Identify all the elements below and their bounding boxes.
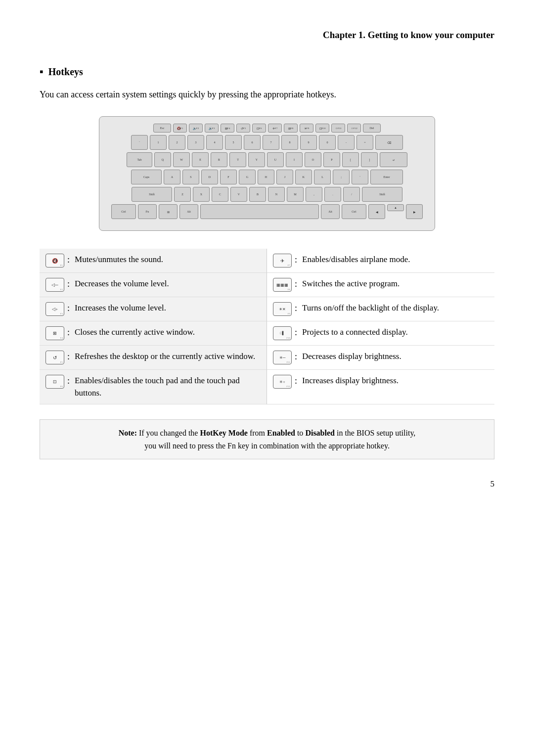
- key-rbracket: ]: [361, 152, 378, 167]
- key-left: ◀: [368, 204, 385, 219]
- key-i: I: [286, 152, 303, 167]
- key-enter: ↵: [380, 152, 407, 167]
- key-m: M: [287, 187, 304, 202]
- key-icon-vol-down: ◁─ F2: [45, 278, 64, 292]
- hotkey-desc-touchpad: Enables/disables the touch pad and the t…: [75, 375, 261, 399]
- key-6: 6: [244, 135, 261, 150]
- key-icon-brightness-down: ✳─ F11: [273, 351, 292, 364]
- key-right: ▶: [406, 204, 423, 219]
- key-y: Y: [248, 152, 265, 167]
- key-icon-airplane: ✈ F7: [273, 254, 292, 267]
- key-win: ⊞: [159, 204, 178, 219]
- key-p: P: [323, 152, 340, 167]
- hotkey-entry-brightness-down: ✳─ F11 : Decreases display brightness.: [267, 346, 494, 370]
- key-o: O: [305, 152, 321, 167]
- key-tab: Tab: [127, 152, 152, 167]
- key-u: U: [267, 152, 284, 167]
- key-x: X: [193, 187, 210, 202]
- key-f1: 🔇F1: [173, 124, 187, 133]
- section-title: Hotkeys: [40, 65, 494, 78]
- hotkey-entry-airplane: ✈ F7 : Enables/disables airplane mode.: [267, 249, 494, 273]
- key-icon-project: □▌ F10: [273, 326, 292, 340]
- key-k: K: [295, 170, 312, 184]
- hotkey-entry-refresh: ↺ F5 : Refreshes the desktop or the curr…: [40, 346, 267, 370]
- key-1: 1: [150, 135, 167, 150]
- key-f7: ✈F7: [268, 124, 282, 133]
- key-quote: ': [352, 170, 368, 184]
- key-ctrl-right: Ctrl: [342, 204, 366, 219]
- key-up: ▲: [387, 204, 404, 211]
- key-t: T: [229, 152, 246, 167]
- intro-text: You can access certain system settings q…: [40, 88, 494, 101]
- key-9: 9: [300, 135, 317, 150]
- hotkey-desc-airplane: Enables/disables airplane mode.: [302, 254, 410, 266]
- key-enter2: Enter: [370, 170, 403, 184]
- key-z: Z: [174, 187, 191, 202]
- key-8: 8: [281, 135, 298, 150]
- key-del: Del: [363, 124, 381, 133]
- hotkey-entry-switch: ▦▦▦ F8 : Switches the active program.: [267, 273, 494, 297]
- hotkey-entry-backlight: ☀✕ F9 : Turns on/off the backlight of th…: [267, 297, 494, 321]
- key-7: 7: [263, 135, 279, 150]
- keyboard-row-1: ` 1 2 3 4 5 6 7 8 9 0 - = ⌫: [107, 135, 427, 150]
- key-space: [200, 204, 319, 219]
- key-l: L: [314, 170, 331, 184]
- key-a: A: [164, 170, 180, 184]
- key-icon-touchpad: ⊡ F6: [45, 375, 64, 389]
- keyboard-row-2: Tab Q W E R T Y U I O P [ ] ↵: [107, 152, 427, 167]
- key-fn-key: Fn: [138, 204, 157, 219]
- hotkey-desc-brightness-down: Decreases display brightness.: [302, 351, 401, 363]
- key-4: 4: [206, 135, 223, 150]
- key-caps: Caps: [131, 170, 162, 184]
- key-w: W: [173, 152, 190, 167]
- key-e: E: [192, 152, 209, 167]
- note-box: Note: If you changed the HotKey Mode fro…: [40, 419, 494, 459]
- key-f2: 🔉F2: [189, 124, 203, 133]
- hotkey-entry-vol-down: ◁─ F2 : Decreases the volume level.: [40, 273, 267, 297]
- key-f6: ⊡F6: [252, 124, 266, 133]
- hotkey-desc-vol-down: Decreases the volume level.: [75, 278, 169, 290]
- key-f11: ☼F11: [331, 124, 345, 133]
- key-v: V: [230, 187, 247, 202]
- page-number: 5: [40, 479, 494, 489]
- key-shift-right: Shift: [362, 187, 402, 202]
- key-f4: ⊠F4: [221, 124, 234, 133]
- key-g: G: [239, 170, 256, 184]
- key-icon-vol-up: ◁+ F3: [45, 302, 64, 316]
- hotkey-entry-project: □▌ F10 : Projects to a connected display…: [267, 321, 494, 346]
- key-s: S: [182, 170, 199, 184]
- key-f8: ⊞F8: [284, 124, 298, 133]
- hotkey-desc-close: Closes the currently active window.: [75, 326, 195, 339]
- hotkey-desc-mute: Mutes/unmutes the sound.: [75, 254, 163, 266]
- keyboard-row-3: Caps A S D F G H J K L ; ' Enter: [107, 170, 427, 184]
- keyboard-illustration: Esc 🔇F1 🔉F2 🔊F3 ⊠F4 ↺F5 ⊡F6 ✈F7 ⊞F8 ☀F9 …: [99, 116, 435, 231]
- key-esc: Esc: [153, 124, 171, 133]
- note-fn-text: you will need to press the Fn key in com…: [144, 442, 390, 450]
- key-icon-switch: ▦▦▦ F8: [273, 278, 292, 292]
- key-backspace: ⌫: [375, 135, 403, 150]
- key-3: 3: [187, 135, 204, 150]
- note-enabled: Enabled: [267, 429, 295, 437]
- key-equal: =: [356, 135, 373, 150]
- key-ctrl-left: Ctrl: [111, 204, 136, 219]
- hotkey-entry-mute: 🔇 F1 : Mutes/unmutes the sound.: [40, 249, 267, 273]
- key-d: D: [201, 170, 218, 184]
- note-disabled: Disabled: [305, 429, 335, 437]
- note-label: Note:: [119, 429, 137, 437]
- note-hotkey-mode: HotKey Mode: [200, 429, 247, 437]
- key-b: B: [249, 187, 266, 202]
- key-icon-close: ⊠ F4: [45, 326, 64, 340]
- hotkey-desc-brightness-up: Increases display brightness.: [302, 375, 399, 387]
- key-h: H: [258, 170, 274, 184]
- keyboard-row-5: Ctrl Fn ⊞ Alt Alt Ctrl ◀ ▲ ▶: [107, 204, 427, 219]
- key-2: 2: [169, 135, 185, 150]
- key-c: C: [212, 187, 228, 202]
- key-icon-brightness-up: ✳+ F12: [273, 375, 292, 389]
- key-alt-left: Alt: [179, 204, 198, 219]
- hotkey-desc-project: Projects to a connected display.: [302, 326, 408, 339]
- key-n: N: [268, 187, 285, 202]
- key-tilde: `: [131, 135, 148, 150]
- hotkey-entry-vol-up: ◁+ F3 : Increases the volume level.: [40, 297, 267, 321]
- keyboard-row-fn: Esc 🔇F1 🔉F2 🔊F3 ⊠F4 ↺F5 ⊡F6 ✈F7 ⊞F8 ☀F9 …: [107, 124, 427, 133]
- key-5: 5: [225, 135, 242, 150]
